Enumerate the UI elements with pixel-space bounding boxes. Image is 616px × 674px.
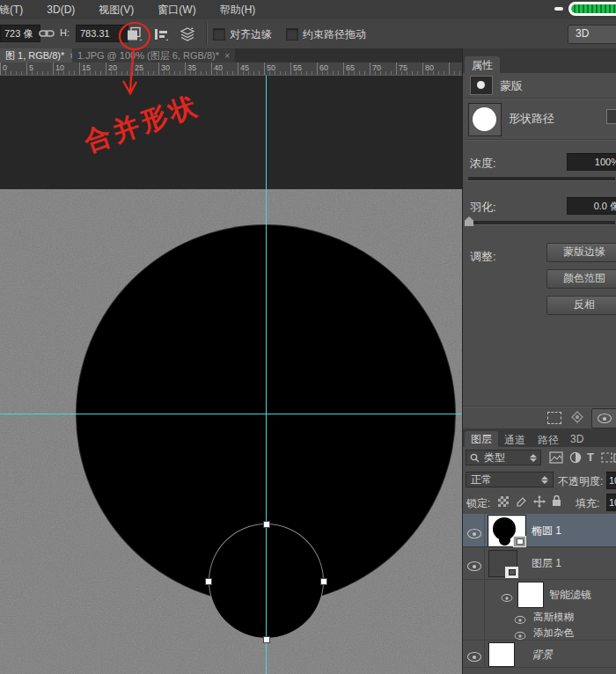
tab-channels[interactable]: 通道 — [504, 433, 525, 448]
layer-thumbnail-layer1[interactable] — [488, 550, 517, 577]
tab-3d[interactable]: 3D — [570, 433, 583, 445]
menu-3d[interactable]: 3D(D) — [47, 4, 75, 16]
path-anchor-top[interactable] — [263, 521, 270, 528]
align-edges-label: 对齐边缘 — [230, 27, 272, 42]
width-field[interactable]: 723 像 — [0, 25, 40, 42]
blend-mode-dropdown[interactable]: 正常 — [466, 472, 554, 487]
link-dimensions-icon[interactable] — [39, 28, 55, 39]
lock-transparency-icon[interactable] — [498, 496, 509, 507]
layer-name[interactable]: 椭圆 1 — [532, 524, 561, 538]
visibility-eye-icon[interactable] — [515, 616, 526, 624]
filter-pixel-icon[interactable] — [549, 451, 563, 464]
right-panel: 属性 蒙版 形状路径 浓度: 100% 羽化: 0.0 像 调整: — [462, 48, 616, 674]
path-anchor-left[interactable] — [205, 578, 212, 585]
feather-slider-thumb[interactable] — [465, 216, 473, 226]
layer-thumbnail-ellipse1[interactable] — [488, 516, 525, 546]
menu-window[interactable]: 窗口(W) — [158, 3, 195, 18]
filter-type-dropdown[interactable]: 类型 — [466, 450, 541, 465]
menu-filter[interactable]: 滤镜(T) — [0, 3, 23, 18]
visibility-eye-icon[interactable] — [467, 561, 481, 571]
vertical-guide[interactable] — [266, 76, 267, 674]
visibility-eye-icon[interactable] — [467, 529, 481, 538]
feather-label: 羽化: — [470, 200, 496, 216]
path-operations-button[interactable] — [123, 24, 146, 45]
layer-thumbnail-background[interactable] — [488, 642, 515, 667]
fill-value[interactable]: 100 — [606, 494, 616, 511]
menu-bar: 滤镜(T) 3D(D) 视图(V) 窗口(W) 帮助(H) — [0, 0, 616, 20]
menu-view[interactable]: 视图(V) — [99, 3, 134, 18]
shape-path-label: 形状路径 — [509, 111, 554, 127]
invert-button[interactable]: 反相 — [546, 296, 616, 315]
mask-label: 蒙版 — [500, 78, 523, 94]
horizontal-ruler[interactable]: 0 5 10 15 20 25 30 35 40 45 50 55 60 65 … — [0, 62, 462, 76]
blend-mode-value: 正常 — [471, 473, 492, 487]
filter-name[interactable]: 添加杂色 — [533, 626, 574, 640]
visibility-eye-icon[interactable] — [502, 594, 513, 602]
fill-label: 填充: — [576, 496, 599, 511]
density-value[interactable]: 100% — [567, 153, 616, 171]
shape-path-thumbnail[interactable] — [468, 103, 502, 136]
height-label: H: — [60, 27, 70, 38]
layer-row-background[interactable]: 背景 — [463, 641, 616, 668]
horizontal-guide[interactable] — [0, 414, 462, 414]
filter-gaussian-blur-row[interactable]: 高斯模糊 — [463, 609, 616, 625]
smart-filters-label[interactable]: 智能滤镜 — [549, 588, 591, 603]
layer-name[interactable]: 图层 1 — [532, 556, 561, 571]
load-selection-icon[interactable] — [547, 412, 561, 424]
document-tab-inactive[interactable]: 1.JPG @ 100% (图层 6, RGB/8)* × — [72, 48, 235, 62]
layer-row-layer1[interactable]: 图层 1 — [463, 547, 616, 580]
tab-paths[interactable]: 路径 — [538, 433, 559, 448]
filter-type-tool-icon[interactable]: T — [587, 451, 594, 464]
apply-mask-icon[interactable] — [570, 410, 584, 424]
path-anchor-right[interactable] — [320, 578, 327, 585]
menu-help[interactable]: 帮助(H) — [220, 3, 256, 18]
feather-value[interactable]: 0.0 像 — [567, 197, 616, 215]
ruler-tick: 0 — [3, 63, 7, 72]
filter-adjustment-icon[interactable] — [569, 451, 582, 464]
lock-pixels-icon[interactable] — [516, 495, 528, 508]
smart-filter-mask-thumbnail[interactable] — [517, 582, 544, 608]
path-anchor-bottom[interactable] — [263, 636, 270, 643]
constrain-drag-checkbox[interactable] — [286, 28, 298, 40]
visibility-eye-icon[interactable] — [467, 652, 481, 662]
3d-mode-dropdown[interactable]: 3D — [568, 25, 616, 44]
mask-edge-button[interactable]: 蒙版边缘 — [546, 243, 616, 262]
constrain-drag-label: 约束路径拖动 — [303, 27, 366, 42]
blend-mode-row: 正常 不透明度: 100 — [463, 469, 616, 491]
smart-object-badge — [505, 567, 518, 578]
document-tab-inactive-label: 1.JPG @ 100% (图层 6, RGB/8)* — [77, 48, 219, 62]
filter-shape-icon[interactable] — [600, 451, 613, 464]
shape-path-option-icon[interactable] — [606, 109, 616, 124]
path-alignment-button[interactable] — [150, 24, 172, 45]
filter-add-noise-row[interactable]: 添加杂色 — [463, 625, 616, 641]
smart-filters-row[interactable]: 智能滤镜 — [463, 580, 616, 609]
opacity-value[interactable]: 100 — [606, 472, 616, 489]
layers-tab-strip: 图层 通道 路径 3D — [463, 429, 616, 447]
close-icon[interactable]: × — [224, 48, 230, 62]
layers-filter-row: 类型 T — [463, 447, 616, 469]
lock-position-icon[interactable] — [533, 495, 546, 508]
chevron-updown-icon — [541, 475, 548, 485]
height-field[interactable]: 783.31 — [76, 25, 128, 42]
path-arrangement-button[interactable] — [176, 24, 199, 45]
filter-type-label: 类型 — [484, 451, 505, 465]
shape-path-row: 形状路径 — [463, 99, 616, 139]
visibility-eye-icon[interactable] — [515, 632, 526, 640]
opacity-label: 不透明度: — [558, 474, 603, 489]
search-icon — [470, 453, 480, 463]
layer-row-ellipse1[interactable]: 椭圆 1 — [463, 514, 616, 547]
filter-name[interactable]: 高斯模糊 — [533, 611, 574, 624]
density-slider[interactable] — [468, 177, 615, 181]
lock-all-icon[interactable] — [551, 495, 562, 508]
canvas-area[interactable] — [0, 76, 462, 674]
tab-properties[interactable]: 属性 — [465, 56, 500, 75]
color-range-button[interactable]: 颜色范围 — [546, 269, 616, 289]
align-edges-checkbox[interactable] — [213, 28, 225, 40]
mask-visibility-button[interactable] — [591, 408, 616, 429]
chevron-updown-icon — [530, 453, 537, 463]
tab-layers[interactable]: 图层 — [465, 431, 498, 448]
document-tab-active[interactable]: 图 1, RGB/8)* × — [0, 48, 81, 62]
feather-slider[interactable] — [468, 221, 615, 225]
layer-name[interactable]: 背景 — [532, 648, 553, 663]
density-label: 浓度: — [470, 156, 496, 172]
